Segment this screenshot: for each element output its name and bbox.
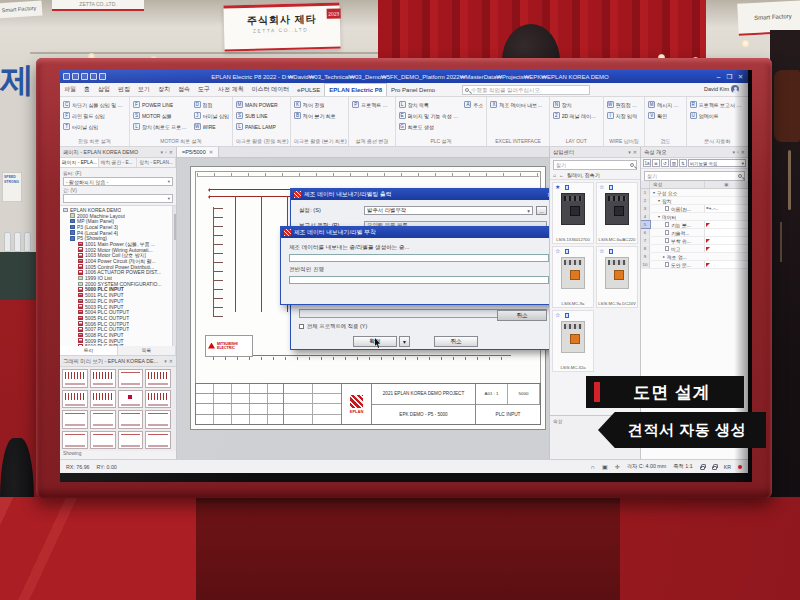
close-panel-icon[interactable]: ✕ [741, 149, 745, 155]
back-icon[interactable]: ← [559, 172, 564, 178]
ribbon-tab[interactable]: ePULSE [293, 83, 324, 96]
ribbon-tab[interactable]: 보기 [134, 83, 154, 96]
close-tab-icon[interactable]: ✕ [209, 147, 214, 157]
list-view-icon[interactable]: ≣ [652, 159, 660, 167]
home-icon[interactable]: ⌂ [553, 172, 556, 178]
ribbon-button[interactable]: S MOTOR 심볼 [133, 110, 191, 121]
move-icon[interactable]: ✛ [615, 463, 620, 470]
page-thumbnail[interactable] [118, 410, 144, 429]
properties-search[interactable]: 찾기 [644, 171, 745, 181]
ribbon-button[interactable]: T 터미널 삽입 [63, 121, 126, 132]
part-card[interactable]: ☆ LSIS.MC-32a [552, 310, 594, 372]
ribbon-button[interactable]: J 터미널 삽입 [194, 110, 229, 121]
tree-list-tab[interactable]: 트리 [60, 346, 118, 355]
ribbon-tab[interactable]: 도구 [194, 83, 214, 96]
lock-icon[interactable] [712, 466, 717, 470]
ribbon-button[interactable]: L 장치 목록 [399, 99, 462, 110]
ribbon-tab[interactable]: 장치 [154, 83, 174, 96]
close-panel-icon[interactable]: ✕ [169, 149, 173, 155]
tell-me-search[interactable]: 수행할 작업을 알려주십시오. [462, 85, 590, 95]
property-row[interactable]: 7 부착 위... [641, 237, 748, 245]
favorite-star-icon[interactable]: ☆ [555, 248, 560, 254]
ribbon-button[interactable]: X 제조 데이터 내보내기 [490, 99, 545, 110]
clipboard-icon[interactable] [565, 185, 569, 190]
user-account[interactable]: David Kim [704, 85, 742, 93]
grid-toggle-icon[interactable]: ▣ [602, 463, 608, 470]
part-card[interactable]: ☆ LSIS.MC-9a DC24V [596, 246, 638, 308]
ribbon-tab[interactable]: 마스터 데이터 [248, 83, 294, 96]
close-button[interactable]: ✕ [736, 73, 745, 81]
ribbon-button[interactable]: C 차단기 심볼 삽입 및 번호 [63, 99, 126, 110]
ribbon-tab[interactable]: Pro Panel Demo [387, 83, 439, 96]
page-thumbnail[interactable] [90, 369, 116, 388]
favorite-star-icon[interactable]: ☆ [599, 184, 604, 190]
pin-icon[interactable]: ▾ [164, 358, 167, 364]
ribbon-button[interactable]: 2 2D 패널 레이아웃 [553, 110, 600, 121]
cancel-button[interactable]: 취소 [434, 336, 478, 347]
ribbon-tab[interactable]: 파일 [60, 83, 80, 96]
save-icon[interactable] [81, 73, 88, 80]
navigator-tab[interactable]: 배치 공간 - E... [99, 158, 138, 167]
tree-scrollbar[interactable] [172, 206, 176, 346]
ribbon-tab[interactable]: 편집 [114, 83, 134, 96]
ribbon-button[interactable]: V 확인 [648, 110, 682, 121]
page-thumbnail[interactable] [90, 410, 116, 429]
drawing-canvas[interactable]: MITSUBISHI ELECTRIC EPLAN [177, 158, 549, 459]
property-row[interactable]: 6 기술적... [641, 229, 748, 237]
property-mode-select[interactable]: 비기능별 속성▾ [688, 159, 746, 167]
property-row[interactable]: 2 ▾ 장치 [641, 197, 748, 205]
property-row[interactable]: 5 기능 분... [641, 221, 748, 229]
ribbon-button[interactable]: E 페이지 및 기능 속성 내보내기 [399, 110, 462, 121]
ok-dropdown-button[interactable]: ▾ [399, 336, 410, 347]
editor-tab[interactable]: =P5/5000✕ [177, 147, 219, 157]
ribbon-tab[interactable]: 접속 [174, 83, 194, 96]
pin-icon[interactable]: ▾ [733, 149, 736, 155]
property-row[interactable]: 3 이름(전... =+..-.. [641, 205, 748, 213]
page-thumbnail[interactable] [62, 369, 88, 388]
pin-icon[interactable]: ▾ [161, 149, 164, 155]
ribbon-button[interactable]: D 접점 [194, 99, 229, 110]
undo-icon[interactable] [90, 73, 97, 80]
ribbon-button[interactable]: B 제어 분기 회로 [294, 110, 345, 121]
ribbon-button[interactable]: M 메시지 관리 [648, 99, 682, 110]
property-row[interactable]: 4 ▾ 데이터 [641, 213, 748, 221]
value-field[interactable]: ▾ [63, 194, 173, 203]
page-thumbnail[interactable] [145, 369, 171, 388]
table-view-icon[interactable]: ▥ [670, 159, 678, 167]
sort-alpha-icon[interactable]: 1a [643, 159, 651, 167]
close-panel-icon[interactable]: ✕ [169, 358, 173, 364]
maximize-button[interactable]: ❐ [725, 73, 734, 81]
navigator-tab[interactable]: 페이지 - EPLA... [60, 158, 99, 167]
ribbon-button[interactable]: U 업데이트 [690, 110, 745, 121]
close-panel-icon[interactable]: ✕ [633, 149, 637, 155]
tree-item[interactable]: 1006 ACTUATOR POWER DIST... [60, 270, 176, 276]
snap-icon[interactable]: ∩ [591, 464, 595, 470]
progress-cancel-button[interactable]: 취소 [497, 310, 547, 321]
favorite-star-icon[interactable]: ★ [555, 184, 560, 190]
property-row[interactable]: 9 ▸ 제조 업... [641, 253, 748, 261]
clipboard-icon[interactable] [565, 313, 569, 318]
favorite-star-icon[interactable]: ☆ [555, 312, 560, 318]
tree-item[interactable]: 5010 PLC INPUT [60, 344, 176, 347]
ribbon-tab[interactable]: EPLAN Electric P8 [324, 83, 387, 96]
property-row[interactable]: 10 도안 문... [641, 261, 748, 269]
ribbon-button[interactable]: M MAIN POWER [236, 99, 287, 110]
swap-icon[interactable]: ⇅ [679, 159, 687, 167]
clipboard-icon[interactable] [565, 249, 569, 254]
page-thumbnail[interactable] [62, 410, 88, 429]
part-card[interactable]: ☆ LSIS.MC-9a [552, 246, 594, 308]
property-row[interactable]: 1 ▾ 구성 요소 [641, 189, 748, 197]
redo-icon[interactable] [99, 73, 106, 80]
ribbon-button[interactable]: S SUB LINE [236, 110, 287, 121]
page-thumbnail[interactable] [90, 431, 116, 450]
apply-project-checkbox[interactable] [299, 324, 304, 329]
ribbon-button[interactable]: G 회로도 생성 [399, 121, 462, 132]
lock-icon[interactable] [700, 466, 705, 470]
ribbon-button[interactable]: N 장치 [553, 99, 600, 110]
undo-icon[interactable]: ↺ [661, 159, 669, 167]
ribbon-button[interactable]: F 라인 필드 삽입 [63, 110, 126, 121]
minimize-button[interactable]: – [714, 73, 723, 80]
ribbon-button[interactable]: L 장치 (회로도 프로젝트) [133, 121, 191, 132]
ribbon-button[interactable]: I 지정 입력 [607, 110, 641, 121]
pin-icon[interactable]: ▾ [628, 149, 631, 155]
